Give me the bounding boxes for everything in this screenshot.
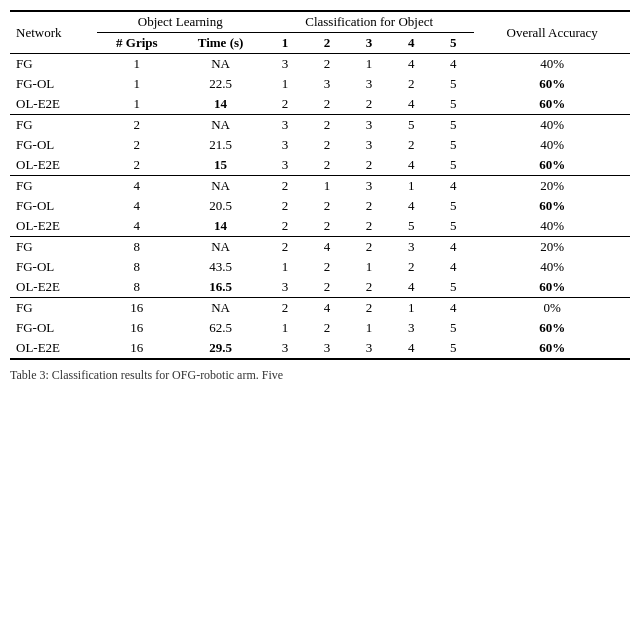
table-cell: 2 — [306, 257, 348, 277]
table-cell: OL-E2E — [10, 338, 97, 359]
table-cell: 5 — [432, 94, 474, 115]
table-cell: 4 — [390, 196, 432, 216]
table-cell: 8 — [97, 277, 178, 298]
table-cell: FG — [10, 176, 97, 197]
table-cell: 4 — [432, 54, 474, 75]
table-cell: 1 — [97, 74, 178, 94]
table-cell: FG-OL — [10, 135, 97, 155]
time-header: Time (s) — [177, 33, 264, 54]
table-cell: 5 — [432, 216, 474, 237]
table-cell: 16.5 — [177, 277, 264, 298]
table-cell: FG-OL — [10, 196, 97, 216]
table-row: FG2NA3235540% — [10, 115, 630, 136]
table-cell: 2 — [306, 318, 348, 338]
table-cell: NA — [177, 54, 264, 75]
class-col-1: 1 — [264, 33, 306, 54]
table-cell: OL-E2E — [10, 216, 97, 237]
table-cell: OL-E2E — [10, 277, 97, 298]
table-cell: 3 — [264, 338, 306, 359]
table-cell: 5 — [432, 74, 474, 94]
table-cell: 5 — [390, 216, 432, 237]
table-cell: 2 — [264, 196, 306, 216]
table-cell: 3 — [390, 318, 432, 338]
table-cell: 2 — [348, 298, 390, 319]
table-row: FG16NA242140% — [10, 298, 630, 319]
table-cell: 2 — [97, 135, 178, 155]
table-cell: 3 — [264, 54, 306, 75]
table-cell: 16 — [97, 298, 178, 319]
table-cell: 20% — [474, 237, 630, 258]
table-cell: 20.5 — [177, 196, 264, 216]
table-cell: 2 — [264, 94, 306, 115]
table-cell: 2 — [306, 135, 348, 155]
table-cell: 4 — [432, 176, 474, 197]
table-wrapper: Network Object Learning Classification f… — [10, 10, 630, 383]
table-cell: 4 — [390, 54, 432, 75]
table-cell: 1 — [390, 298, 432, 319]
table-row: OL-E2E1629.53334560% — [10, 338, 630, 359]
table-row: FG-OL221.53232540% — [10, 135, 630, 155]
table-cell: 2 — [390, 257, 432, 277]
table-row: FG4NA2131420% — [10, 176, 630, 197]
table-cell: 3 — [306, 74, 348, 94]
table-cell: 4 — [432, 298, 474, 319]
table-cell: 2 — [390, 74, 432, 94]
table-cell: 40% — [474, 115, 630, 136]
table-cell: 1 — [390, 176, 432, 197]
table-caption: Table 3: Classification results for OFG-… — [10, 368, 630, 383]
class-col-3: 3 — [348, 33, 390, 54]
table-cell: 2 — [348, 216, 390, 237]
table-cell: 3 — [348, 115, 390, 136]
table-cell: 2 — [97, 115, 178, 136]
table-cell: 2 — [264, 176, 306, 197]
classification-header: Classification for Object — [264, 11, 474, 33]
table-cell: 1 — [348, 318, 390, 338]
table-cell: 3 — [348, 176, 390, 197]
table-cell: 1 — [264, 318, 306, 338]
table-cell: 3 — [348, 338, 390, 359]
table-cell: 5 — [432, 115, 474, 136]
table-cell: 1 — [97, 94, 178, 115]
table-cell: 2 — [306, 54, 348, 75]
table-cell: 3 — [264, 135, 306, 155]
table-cell: 60% — [474, 155, 630, 176]
table-cell: NA — [177, 176, 264, 197]
table-cell: 4 — [306, 298, 348, 319]
table-cell: 60% — [474, 338, 630, 359]
table-cell: 4 — [432, 257, 474, 277]
table-cell: 2 — [306, 216, 348, 237]
grips-header: # Grips — [97, 33, 178, 54]
table-cell: 3 — [264, 277, 306, 298]
table-cell: 2 — [306, 94, 348, 115]
table-cell: 5 — [432, 155, 474, 176]
table-cell: 29.5 — [177, 338, 264, 359]
table-row: FG-OL122.51332560% — [10, 74, 630, 94]
table-cell: 4 — [390, 338, 432, 359]
table-cell: FG — [10, 54, 97, 75]
table-row: FG-OL420.52224560% — [10, 196, 630, 216]
table-cell: 60% — [474, 277, 630, 298]
table-cell: OL-E2E — [10, 94, 97, 115]
table-cell: 40% — [474, 135, 630, 155]
table-cell: 8 — [97, 257, 178, 277]
table-cell: 40% — [474, 54, 630, 75]
table-cell: NA — [177, 237, 264, 258]
table-cell: FG — [10, 237, 97, 258]
table-cell: 5 — [432, 277, 474, 298]
table-cell: 14 — [177, 94, 264, 115]
table-cell: 5 — [432, 338, 474, 359]
table-row: OL-E2E4142225540% — [10, 216, 630, 237]
table-cell: 4 — [390, 277, 432, 298]
table-cell: 2 — [348, 196, 390, 216]
table-cell: 3 — [264, 155, 306, 176]
table-cell: 4 — [432, 237, 474, 258]
table-cell: 1 — [348, 257, 390, 277]
class-col-4: 4 — [390, 33, 432, 54]
table-cell: 1 — [306, 176, 348, 197]
table-cell: 62.5 — [177, 318, 264, 338]
table-row: OL-E2E2153224560% — [10, 155, 630, 176]
table-cell: 2 — [348, 237, 390, 258]
table-cell: 3 — [306, 338, 348, 359]
table-cell: 3 — [390, 237, 432, 258]
table-cell: FG — [10, 115, 97, 136]
